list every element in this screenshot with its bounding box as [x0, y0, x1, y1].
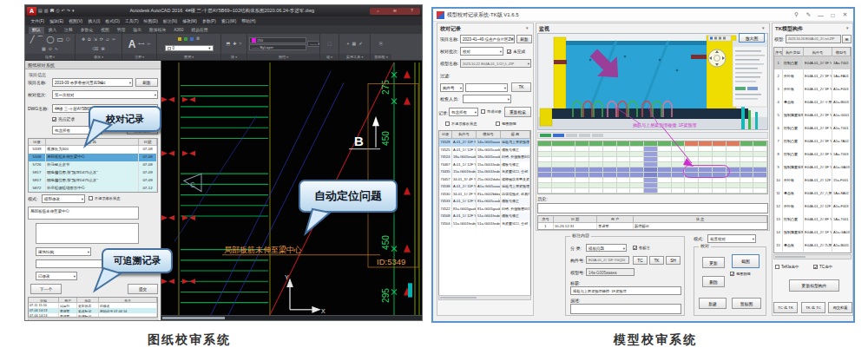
- category-dropdown[interactable]: 模板问题: [586, 244, 627, 252]
- print-icon[interactable]: ⎙: [56, 9, 59, 13]
- highlight-checkbox[interactable]: 亮点记录: [52, 116, 75, 121]
- refresh-model-button[interactable]: ⊞: [842, 35, 852, 43]
- copy-tool-icon[interactable]: ⧉: [88, 37, 91, 42]
- stretch-tool-icon[interactable]: ⇲: [94, 37, 97, 42]
- sheet-tab[interactable]: [566, 134, 577, 137]
- open-icon[interactable]: ▥: [44, 9, 49, 13]
- search-icon[interactable]: ⌕: [377, 9, 379, 13]
- tk-select-tc-button[interactable]: TK 选 TC: [801, 302, 825, 313]
- tc-button[interactable]: TC: [633, 256, 648, 265]
- component-row[interactable]: 5 预制飘窗采阳台 E04A-01_2# 3F Y.. A1a-G001: [774, 108, 851, 121]
- paste-icon[interactable]: ⎘: [379, 42, 383, 46]
- sheet-tab[interactable]: [540, 134, 551, 137]
- component-row[interactable]: 2 外叶板 E04A-01_2# 3F Y.. 1Aa-FA01: [774, 69, 851, 82]
- polygon-tool-icon[interactable]: ⬡: [66, 37, 69, 42]
- has-annotation-checkbox[interactable]: 有标注: [633, 246, 650, 250]
- menu-item[interactable]: 绘图(D): [141, 18, 160, 23]
- move-tool-icon[interactable]: ✥: [82, 37, 85, 42]
- issue-desc-box[interactable]: [36, 223, 139, 244]
- point-tool-icon[interactable]: ⊙: [49, 47, 52, 51]
- done-records-checkbox[interactable]: 完成记录: [481, 109, 502, 114]
- history-listbox[interactable]: [537, 203, 768, 213]
- tk-hscrollbar[interactable]: [773, 254, 852, 259]
- rotate-tool-icon[interactable]: ⟳: [100, 37, 103, 42]
- refresh-button[interactable]: 刷新: [135, 78, 158, 87]
- ribbon-group-label[interactable]: 实用工具: [339, 54, 370, 60]
- help-icon[interactable]: ?: [411, 9, 413, 13]
- component-row[interactable]: 7 特制凸窗 E04A-01_2# 3F Y.. A1a-TA02: [774, 135, 851, 148]
- menu-item[interactable]: 格式(O): [103, 18, 122, 23]
- pin-icon[interactable]: ⚲: [792, 11, 801, 18]
- arc-tool-icon[interactable]: ⌒: [36, 36, 43, 43]
- project-dropdown[interactable]: 2023-41~49 综合产业片区ZH-02#扩: [460, 35, 515, 43]
- hatch-tool-icon[interactable]: ▦: [42, 47, 46, 51]
- component-row[interactable]: 12 外叶板 E04A-01_2# 12F .. A1a-F003: [774, 200, 851, 213]
- redo-icon[interactable]: ↷: [67, 9, 70, 13]
- menu-item[interactable]: 文件(F): [29, 18, 47, 23]
- linetype-dropdown[interactable]: —— ByLayer: [249, 44, 306, 50]
- line-tool-icon[interactable]: ╱: [30, 36, 35, 43]
- ribbon-tab[interactable]: 注释: [61, 27, 76, 34]
- properties-flyout[interactable]: [733, 41, 767, 107]
- intersect-search-button[interactable]: 相交检索: [828, 302, 852, 313]
- issue-id-text[interactable]: ID:5349: [377, 257, 405, 266]
- ribbon-group-label[interactable]: 图层: [157, 54, 220, 60]
- layer-dropdown[interactable]: 0▾: [165, 45, 214, 51]
- record-row[interactable]: 74467 A-01_1# 12F YGC 15a-G001feaba 模板号修…: [439, 161, 530, 169]
- insert-block-icon[interactable]: ⬒: [227, 42, 231, 46]
- record-row[interactable]: 74533 A-01_1# 12F YGC 81a-G005caaba 模板号修…: [439, 198, 530, 206]
- drawing-hscrollbar[interactable]: [161, 315, 422, 320]
- array-tool-icon[interactable]: ⊞: [101, 47, 104, 51]
- sheet-tab[interactable]: [579, 134, 590, 137]
- issue-annotation-text[interactable]: 局部板筋未伸至梁中心: [224, 246, 302, 254]
- ribbon-tab[interactable]: 附加模块: [146, 27, 169, 34]
- record-row[interactable]: 74508 A-01_1# 12F YGC 51a-G001feaba 模板号修…: [439, 213, 530, 220]
- ribbon-tab[interactable]: 默认: [29, 27, 44, 34]
- ribbon-tab[interactable]: 参数化: [77, 27, 96, 34]
- autocad-logo-icon[interactable]: A: [27, 7, 36, 16]
- menu-item[interactable]: 工具(T): [122, 18, 141, 23]
- record-row[interactable]: 74525 A-01_1# 12F YGC 18a-G005caeba 模板号修…: [439, 147, 530, 154]
- title-field[interactable]: 插筋与上层梁预埋碰撞: 1F梁预埋: [570, 286, 681, 295]
- ribbon-tab[interactable]: 视图: [97, 27, 113, 34]
- component-row[interactable]: 3 外叶板 E04A-01_2# 3F Y.. A1a-F003: [774, 82, 851, 95]
- menu-item[interactable]: 标注(N): [161, 18, 179, 23]
- dimension-tool-icon[interactable]: ⟷: [138, 42, 144, 46]
- maximize-icon[interactable]: □: [828, 12, 838, 18]
- signin-icon[interactable]: ✉: [393, 9, 397, 13]
- quickcalc-icon[interactable]: ▦: [352, 42, 356, 46]
- pin-icon[interactable]: ▾: [846, 25, 849, 30]
- undo-icon[interactable]: ↶: [61, 9, 64, 13]
- ribbon-group-label[interactable]: 组: [320, 54, 339, 60]
- ribbon-group-label[interactable]: 注释: [122, 54, 156, 60]
- record-row[interactable]: 74530 34-01_1# 2F YGC 81a-G002bbbda 边堤墙预…: [439, 191, 530, 199]
- record-row[interactable]: 74504 51a-G001feaba 51a-G001feaba 无梁窗过口,…: [439, 220, 530, 228]
- component-row[interactable]: 6 特制凸窗 E04A-01_2# 3F Y.. A1a-T001: [774, 121, 851, 135]
- edit-icon[interactable]: ✎: [804, 11, 813, 18]
- ribbon-group-label[interactable]: 绘图: [25, 54, 75, 60]
- ribbon-group-label[interactable]: 剪贴板: [371, 54, 391, 60]
- new-button[interactable]: 新建: [699, 298, 727, 309]
- leader-tool-icon[interactable]: ⌲: [147, 42, 150, 46]
- view-follow-checkbox[interactable]: 视图跟随: [730, 272, 751, 276]
- zoom-view-button[interactable]: 放大图: [739, 33, 765, 43]
- sheet-tab[interactable]: [592, 134, 603, 137]
- record-row[interactable]: 74457 34-01_3# 4F YGC 25a-G002dabaa 楼梯钢块…: [439, 176, 530, 184]
- menu-item[interactable]: 帮助(H): [240, 18, 258, 23]
- ribbon-tab[interactable]: 输出: [129, 27, 145, 34]
- nohint-checkbox[interactable]: 不提示修改状态: [89, 196, 120, 200]
- menu-item[interactable]: 修改(M): [181, 18, 200, 23]
- nav-wheel-icon[interactable]: [708, 49, 726, 67]
- ribbon-group-label[interactable]: 修改: [76, 54, 122, 60]
- desc-textarea[interactable]: [570, 304, 681, 314]
- delete-button[interactable]: 删除: [702, 276, 725, 287]
- pin-icon[interactable]: ▾: [762, 25, 765, 30]
- checker-dropdown[interactable]: [463, 95, 511, 103]
- ribbon-tab[interactable]: 插入: [45, 27, 61, 34]
- paste-image-button[interactable]: 暂贴图: [732, 298, 761, 309]
- records-hscrollbar[interactable]: [438, 295, 531, 300]
- component-row[interactable]: 4 叠合板 E04A-01_2# 十层.. A1a-B003: [774, 95, 851, 108]
- model-no-field[interactable]: 14a-G005aaaea: [586, 268, 635, 276]
- history-row[interactable]: 07-04 14:13 李进军 新增标记: [29, 313, 157, 318]
- record-row[interactable]: 5348 局部板筋未伸至梁中心 07-08: [29, 154, 157, 161]
